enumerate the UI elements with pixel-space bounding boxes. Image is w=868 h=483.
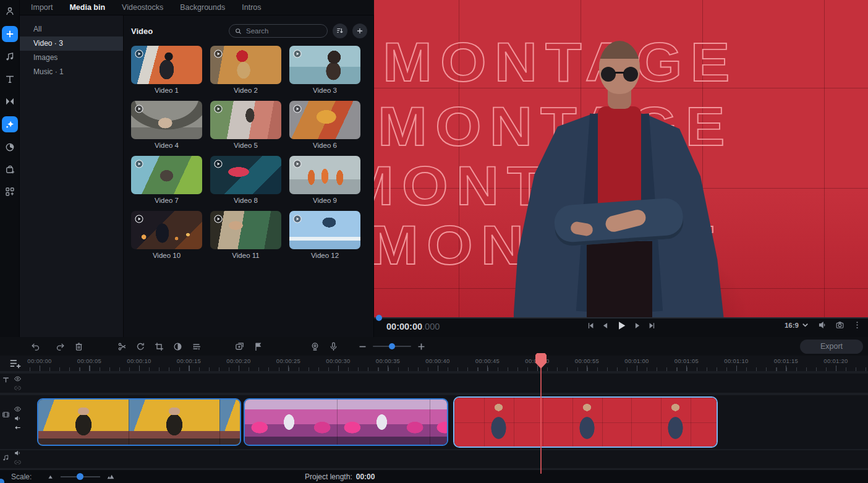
preview-player[interactable]: MONTAGEMONTAGEMONTAGEMONTAGE	[374, 0, 868, 317]
play-icon	[213, 214, 223, 224]
seek-handle[interactable]	[376, 315, 382, 321]
menu-tab-intros[interactable]: Intros	[242, 3, 261, 12]
category-video-3[interactable]: Video · 3	[20, 36, 123, 51]
play-icon	[134, 49, 144, 59]
media-item-video-11[interactable]: Video 11	[210, 211, 281, 260]
title-track-link-icon[interactable]	[14, 384, 22, 392]
video-thumbnail[interactable]	[131, 211, 202, 249]
skip-start-button[interactable]	[585, 321, 595, 330]
scale-min-icon[interactable]	[48, 473, 54, 480]
plus-icon	[355, 27, 364, 35]
media-item-video-3[interactable]: Video 3	[289, 46, 360, 95]
zoom-in-icon[interactable]	[416, 341, 427, 352]
media-item-video-2[interactable]: Video 2	[210, 46, 281, 95]
playhead-line[interactable]	[540, 367, 542, 474]
webcam-button[interactable]	[305, 338, 324, 354]
video-thumbnail[interactable]	[289, 156, 360, 194]
audio-track-link-icon[interactable]	[14, 458, 22, 466]
video-thumbnail[interactable]	[289, 211, 360, 249]
video-thumbnail[interactable]	[131, 156, 202, 194]
video-thumbnail[interactable]	[289, 101, 360, 139]
media-item-video-1[interactable]: Video 1	[131, 46, 202, 95]
category-images[interactable]: Images	[20, 51, 123, 65]
sort-button[interactable]	[333, 24, 347, 38]
transitions-icon[interactable]	[2, 94, 17, 109]
clip-yellow-dance[interactable]	[37, 398, 241, 446]
delete-button[interactable]	[69, 338, 88, 354]
stickers-icon[interactable]	[2, 162, 17, 177]
skip-end-button[interactable]	[647, 321, 657, 330]
video-thumbnail[interactable]	[210, 46, 281, 84]
titles-icon[interactable]	[2, 72, 17, 87]
video-track-mute-icon[interactable]	[14, 414, 22, 422]
preview-menu-button[interactable]	[853, 320, 862, 330]
audio-track-mute-icon[interactable]	[14, 449, 22, 457]
timeline-ruler[interactable]: 00:00:0000:00:0500:00:1000:00:1500:00:20…	[0, 356, 868, 371]
menu-tab-videostocks[interactable]: Videostocks	[122, 3, 163, 12]
title-track[interactable]	[0, 374, 868, 393]
menu-tab-backgrounds[interactable]: Backgrounds	[180, 3, 225, 12]
media-item-video-4[interactable]: Video 4	[131, 101, 202, 150]
media-item-video-6[interactable]: Video 6	[289, 101, 360, 150]
title-track-visibility-icon[interactable]	[14, 375, 22, 383]
clip-pink-neon[interactable]	[244, 398, 448, 446]
category-music-1[interactable]: Music · 1	[20, 65, 123, 79]
add-track-button[interactable]	[9, 357, 22, 370]
zoom-out-icon[interactable]	[357, 341, 368, 352]
marker-flag-button[interactable]	[249, 338, 267, 354]
menu-tab-media-bin[interactable]: Media bin	[69, 3, 105, 12]
zoom-slider[interactable]	[373, 346, 411, 347]
volume-button[interactable]	[818, 320, 827, 330]
preview-seek-bar[interactable]	[374, 317, 868, 318]
play-icon	[134, 159, 144, 169]
export-button[interactable]: Export	[800, 340, 863, 354]
video-thumbnail[interactable]	[289, 46, 360, 84]
video-track-visibility-icon[interactable]	[14, 405, 22, 413]
undo-button[interactable]	[26, 338, 45, 354]
scale-slider-handle[interactable]	[77, 473, 83, 480]
search-box[interactable]	[229, 24, 328, 38]
play-button[interactable]	[615, 320, 627, 331]
scale-slider[interactable]	[61, 476, 100, 477]
video-thumbnail[interactable]	[210, 101, 281, 139]
media-item-video-9[interactable]: Video 9	[289, 156, 360, 205]
media-item-video-5[interactable]: Video 5	[210, 101, 281, 150]
media-item-video-7[interactable]: Video 7	[131, 156, 202, 205]
account-icon[interactable]	[2, 4, 17, 19]
menu-tab-import[interactable]: Import	[31, 3, 53, 12]
media-item-video-8[interactable]: Video 8	[210, 156, 281, 205]
category-all[interactable]: All	[20, 22, 123, 36]
video-thumbnail[interactable]	[210, 211, 281, 249]
rotate-button[interactable]	[131, 338, 150, 354]
timeline[interactable]	[0, 371, 868, 470]
filters-button[interactable]	[187, 338, 205, 354]
scale-max-icon[interactable]	[106, 472, 116, 481]
add-media-icon[interactable]	[2, 26, 18, 42]
zoom-slider-handle[interactable]	[389, 343, 395, 349]
scroll-dot[interactable]	[0, 479, 4, 483]
crop-button[interactable]	[150, 338, 168, 354]
audio-track[interactable]	[0, 450, 868, 468]
cut-button[interactable]	[113, 338, 131, 354]
search-input[interactable]	[246, 27, 314, 35]
media-item-video-10[interactable]: Video 10	[131, 211, 202, 260]
more-tools-icon[interactable]	[2, 184, 17, 199]
color-adjust-button[interactable]	[168, 338, 187, 354]
redo-button[interactable]	[51, 338, 69, 354]
aspect-ratio-dropdown[interactable]: 16:9	[785, 320, 810, 330]
video-thumbnail[interactable]	[131, 46, 202, 84]
next-frame-button[interactable]	[632, 321, 642, 330]
overlay-button[interactable]	[230, 338, 249, 354]
media-item-video-12[interactable]: Video 12	[289, 211, 360, 260]
timer-icon[interactable]	[2, 140, 17, 155]
clip-red-montage[interactable]	[453, 396, 718, 448]
add-file-button[interactable]	[352, 24, 367, 38]
record-audio-button[interactable]	[324, 338, 343, 354]
video-thumbnail[interactable]	[210, 156, 281, 194]
audio-icon[interactable]	[2, 49, 17, 64]
effects-icon[interactable]	[2, 116, 18, 132]
video-track-arrow-icon[interactable]	[14, 424, 22, 432]
prev-frame-button[interactable]	[600, 321, 610, 330]
video-thumbnail[interactable]	[131, 101, 202, 139]
snapshot-button[interactable]	[835, 320, 845, 330]
